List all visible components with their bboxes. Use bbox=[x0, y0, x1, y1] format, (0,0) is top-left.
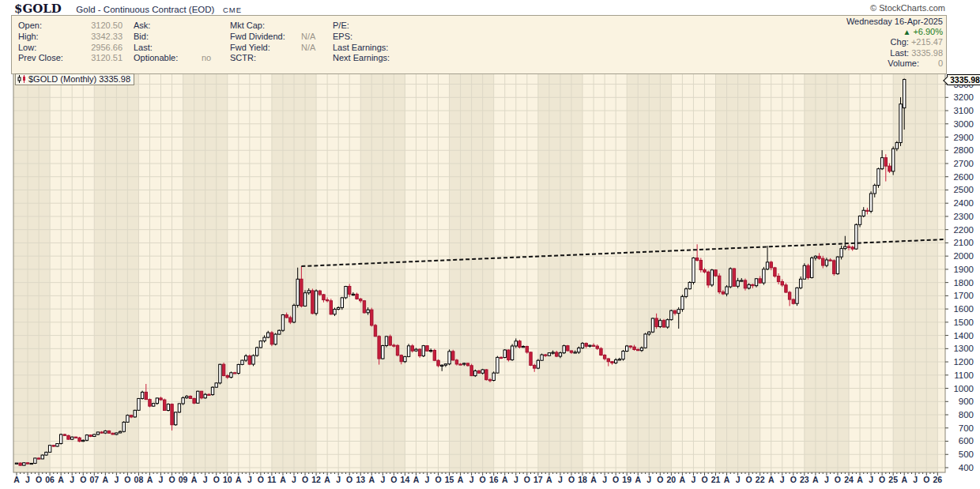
candle-body bbox=[85, 435, 88, 441]
y-axis-label: 3000 bbox=[953, 119, 974, 129]
x-axis-label: J bbox=[469, 475, 474, 484]
candle-body bbox=[792, 299, 794, 303]
x-axis-label: O bbox=[612, 475, 619, 484]
x-axis-label: O bbox=[701, 475, 707, 484]
candle-body bbox=[193, 398, 195, 403]
candle-body bbox=[563, 346, 565, 353]
candle-body bbox=[111, 433, 114, 434]
info-column-ohlc: Open:3120.50High:3342.33Low:2956.66Prev … bbox=[18, 21, 122, 64]
candle-body bbox=[862, 210, 865, 216]
candle-body bbox=[26, 463, 28, 464]
info-row: Ask: bbox=[134, 21, 211, 32]
candle-body bbox=[522, 346, 524, 347]
y-axis-label: 2600 bbox=[953, 172, 974, 182]
y-axis-label: 3100 bbox=[953, 106, 974, 115]
candle-body bbox=[807, 265, 809, 277]
up-arrow-icon: ▲ bbox=[903, 28, 910, 36]
candle-body bbox=[585, 344, 587, 347]
info-row: P/E: bbox=[333, 21, 390, 32]
candle-body bbox=[600, 348, 602, 355]
candle-body bbox=[559, 353, 561, 356]
candle-body bbox=[160, 398, 162, 400]
info-row: Low:2956.66 bbox=[18, 43, 122, 54]
candle-body bbox=[285, 314, 288, 318]
x-axis-label: J bbox=[736, 475, 741, 484]
candle-body bbox=[34, 458, 36, 464]
x-axis-label: A bbox=[413, 475, 420, 484]
year-band bbox=[13, 73, 50, 472]
candle-body bbox=[699, 261, 702, 270]
candle-body bbox=[488, 380, 491, 381]
candle-body bbox=[93, 434, 96, 437]
candle-body bbox=[851, 247, 854, 249]
copyright-link[interactable]: © StockCharts.com bbox=[870, 3, 945, 13]
candle-body bbox=[844, 246, 846, 249]
candle-body bbox=[622, 352, 624, 359]
candle-body bbox=[241, 360, 243, 364]
candle-body bbox=[670, 310, 673, 320]
x-axis-label: 23 bbox=[800, 475, 809, 484]
candle-body bbox=[360, 299, 362, 300]
candle-body bbox=[548, 353, 550, 356]
candle-body bbox=[82, 440, 85, 441]
candle-body bbox=[530, 352, 532, 366]
candle-body bbox=[459, 364, 462, 365]
x-axis-label: A bbox=[857, 475, 863, 484]
x-axis-label: 25 bbox=[888, 475, 898, 484]
candle-body bbox=[278, 330, 281, 334]
info-row: Next Earnings: bbox=[333, 53, 390, 64]
x-axis-label: J bbox=[114, 475, 119, 484]
y-axis-label: 1300 bbox=[953, 344, 974, 353]
candle-body bbox=[267, 333, 270, 337]
candle-body bbox=[507, 350, 510, 360]
symbol-title[interactable]: $GOLD bbox=[14, 2, 62, 16]
candle-body bbox=[74, 437, 77, 438]
candle-body bbox=[315, 291, 317, 314]
candle-body bbox=[41, 455, 43, 459]
candle-body bbox=[197, 391, 199, 403]
candle-body bbox=[503, 350, 506, 358]
x-axis-label: J bbox=[824, 475, 829, 484]
candle-body bbox=[19, 463, 21, 465]
candle-body bbox=[499, 357, 502, 358]
candle-body bbox=[733, 269, 735, 286]
candle-body bbox=[485, 370, 488, 380]
y-axis-label: 1200 bbox=[953, 357, 974, 367]
info-row: Open:3120.50 bbox=[18, 21, 122, 32]
x-axis-label: A bbox=[590, 475, 597, 484]
candle-body bbox=[770, 262, 772, 268]
candle-body bbox=[726, 287, 728, 294]
candle-body bbox=[311, 291, 314, 314]
chart-legend[interactable]: $GOLD (Monthly) 3335.98 bbox=[15, 73, 134, 85]
candle-body bbox=[67, 435, 70, 439]
x-axis-label: 11 bbox=[267, 475, 276, 484]
candle-body bbox=[418, 349, 420, 355]
info-row: Last: bbox=[134, 43, 211, 54]
x-axis-label: A bbox=[502, 475, 508, 484]
info-row: High:3342.33 bbox=[18, 32, 122, 43]
x-axis-label: A bbox=[103, 475, 109, 484]
exchange-label: CME bbox=[223, 6, 242, 14]
candle-body bbox=[755, 279, 757, 286]
x-axis-label: A bbox=[546, 475, 552, 484]
candle-body bbox=[233, 373, 236, 374]
info-row: Fwd Dividend:N/A bbox=[230, 32, 315, 43]
y-axis-label: 1400 bbox=[953, 331, 974, 340]
y-axis-label: 2700 bbox=[953, 159, 974, 168]
candle-body bbox=[126, 416, 129, 423]
x-axis-label: 12 bbox=[311, 475, 321, 484]
candle-body bbox=[441, 365, 443, 366]
candle-body bbox=[156, 398, 158, 404]
candle-body bbox=[96, 432, 99, 434]
y-axis-label: 2000 bbox=[953, 251, 974, 261]
x-axis-label: J bbox=[514, 475, 518, 484]
info-row: Bid: bbox=[134, 32, 211, 43]
candle-body bbox=[629, 346, 631, 347]
quote-info-panel: Open:3120.50High:3342.33Low:2956.66Prev … bbox=[11, 15, 947, 74]
candle-body bbox=[115, 433, 118, 434]
candle-body bbox=[607, 359, 609, 362]
candle-body bbox=[533, 365, 536, 368]
candle-body bbox=[710, 270, 713, 285]
candle-body bbox=[256, 348, 258, 355]
candle-body bbox=[59, 434, 62, 444]
